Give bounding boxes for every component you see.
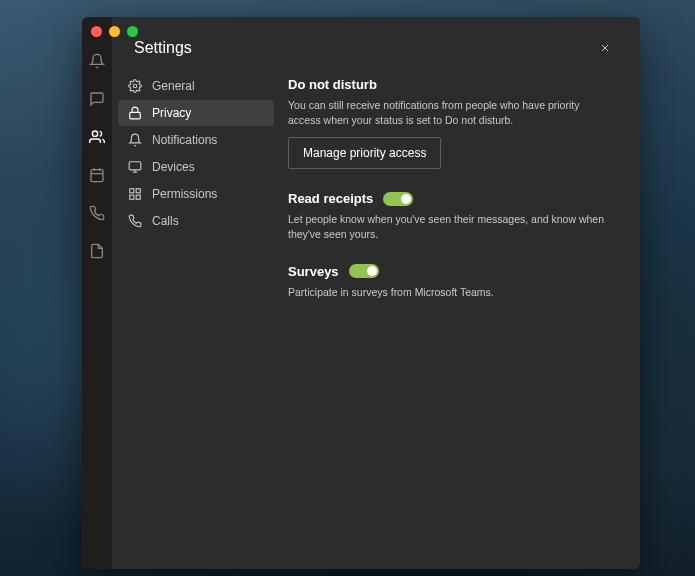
section-title: Surveys [288, 264, 612, 279]
svg-rect-2 [130, 112, 141, 118]
svg-rect-5 [136, 189, 140, 193]
rail-chat-icon[interactable] [89, 91, 105, 107]
svg-point-1 [133, 84, 137, 88]
nav-item-label: Privacy [152, 106, 191, 120]
section-title-label: Read receipts [288, 191, 373, 206]
nav-item-privacy[interactable]: Privacy [118, 100, 274, 126]
rail-files-icon[interactable] [89, 243, 105, 259]
lock-icon [128, 106, 142, 120]
nav-item-label: General [152, 79, 195, 93]
bell-icon [128, 133, 142, 147]
settings-nav: General Privacy Notifications Devices Pe… [112, 73, 280, 569]
settings-panel: Settings General Privacy Notifications [112, 17, 640, 569]
nav-item-label: Calls [152, 214, 179, 228]
rail-calendar-icon[interactable] [89, 167, 105, 183]
close-button[interactable] [592, 35, 618, 61]
app-window: Settings General Privacy Notifications [82, 17, 640, 569]
svg-rect-6 [136, 195, 140, 199]
window-close-button[interactable] [91, 26, 102, 37]
rail-teams-icon[interactable] [89, 129, 105, 145]
section-desc: You can still receive notifications from… [288, 98, 612, 127]
nav-item-label: Notifications [152, 133, 217, 147]
svg-rect-7 [130, 195, 134, 199]
grid-icon [128, 187, 142, 201]
surveys-toggle[interactable] [349, 264, 379, 278]
section-surveys: Surveys Participate in surveys from Micr… [288, 264, 612, 300]
settings-content: Do not disturb You can still receive not… [280, 73, 640, 569]
section-title-label: Surveys [288, 264, 339, 279]
nav-item-label: Permissions [152, 187, 217, 201]
close-icon [599, 42, 611, 54]
section-title: Do not disturb [288, 77, 612, 92]
window-controls [91, 26, 138, 37]
nav-item-calls[interactable]: Calls [118, 208, 274, 234]
svg-rect-0 [91, 170, 103, 182]
window-zoom-button[interactable] [127, 26, 138, 37]
svg-rect-3 [129, 162, 141, 170]
read-receipts-toggle[interactable] [383, 192, 413, 206]
gear-icon [128, 79, 142, 93]
nav-item-devices[interactable]: Devices [118, 154, 274, 180]
monitor-icon [128, 160, 142, 174]
nav-item-notifications[interactable]: Notifications [118, 127, 274, 153]
window-minimize-button[interactable] [109, 26, 120, 37]
settings-header: Settings [112, 17, 640, 73]
settings-title: Settings [134, 39, 192, 57]
section-desc: Participate in surveys from Microsoft Te… [288, 285, 612, 300]
section-desc: Let people know when you've seen their m… [288, 212, 612, 241]
nav-item-permissions[interactable]: Permissions [118, 181, 274, 207]
rail-calls-icon[interactable] [89, 205, 105, 221]
section-title: Read receipts [288, 191, 612, 206]
settings-body: General Privacy Notifications Devices Pe… [112, 73, 640, 569]
section-read-receipts: Read receipts Let people know when you'v… [288, 191, 612, 241]
app-rail [82, 17, 112, 569]
rail-activity-icon[interactable] [89, 53, 105, 69]
phone-icon [128, 214, 142, 228]
nav-item-label: Devices [152, 160, 195, 174]
nav-item-general[interactable]: General [118, 73, 274, 99]
section-do-not-disturb: Do not disturb You can still receive not… [288, 77, 612, 169]
svg-rect-4 [130, 189, 134, 193]
manage-priority-access-button[interactable]: Manage priority access [288, 137, 441, 169]
